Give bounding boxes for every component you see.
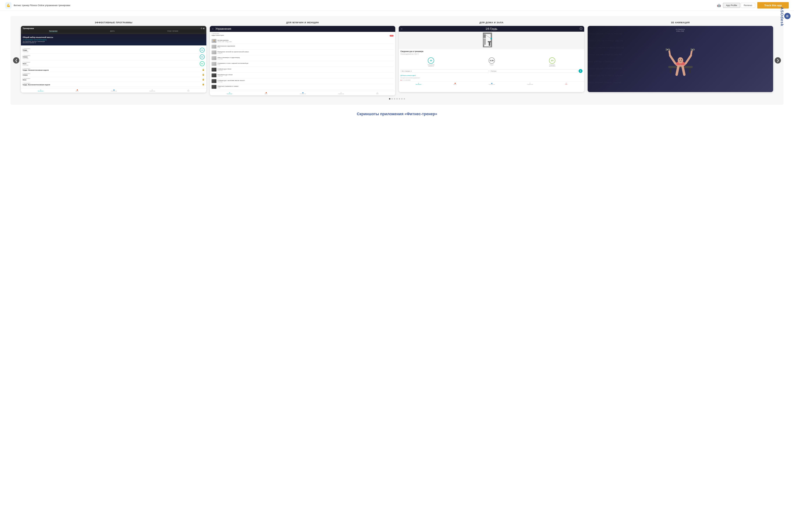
history-date-label: пт., 21.06.2019 [402,79,410,81]
list-item-6-num: 6 тренировка [23,78,30,79]
carousel-prev-button[interactable]: ❮ [13,57,19,63]
phone-frame-1: Тренировки ⏱ ☰ Тренировки Диета Спорт. п… [21,26,206,93]
list-item-5: 5 тренировка Спина 🔒 [23,72,205,77]
tab-reviews[interactable]: Reviews [741,3,755,8]
exercise-history-date: ● пт., 21.06.2019 [399,79,584,81]
list-item-7-num: 7 тренировка [23,83,50,84]
s2-exercise-8: Сгибание рук с гантелями хватом «молот» … [211,78,393,84]
s2-ex-img-1: 🏃 [211,39,217,43]
dot-1[interactable] [389,98,390,99]
svg-line-23 [686,56,691,63]
screenshot-item-3: ДЛЯ ДОМА И ЗАЛА ← 1/6 Грудь ⓘ [399,21,584,95]
nav-tabs: App Profile Reviews [723,3,755,8]
section-title: Скриншоты приложения «Фитнес-тренер» [11,112,783,116]
s2-ex-name-8: Сгибание рук с гантелями хватом «молот» [218,80,245,81]
s3-nav-settings: ⚙Справочник [527,83,533,85]
screen2-header: ← Упражнения [210,26,395,32]
screen3-header: ← 1/6 Грудь ⓘ [399,26,584,32]
phone-frame-4: FITNESS ONLINE FITNESS ONLINE FITNESS ON… [588,26,773,92]
svg-point-12 [491,38,492,39]
s2-exercise-7: Разгибание рук в блоке 3×12×1кг [211,73,393,78]
list-item-1-num: 1 тренировка [23,48,30,49]
screen1-tabs: Тренировки Диета Спорт. питание [23,30,205,33]
screen1-list: 1 тренировка Грудь 4×12×20кг 74% 2 трени… [21,45,206,88]
stat-reps: 15 Повторенийтребуется [428,57,435,66]
list-item-4: 4 тренировка Грудь. Низкоинтенсивная нед… [23,67,205,72]
screen1-hero: Общий набор мышечной массы 24 тренировки… [21,34,206,45]
list-item-7-name: Грудь. Высокоинтенсивная неделя [23,84,50,86]
list-item-2-detail: 4×12×20кг [23,58,30,59]
svg-rect-9 [488,41,491,42]
s2-exercise-6: Сгибание рук в блоке 3×12×1кг [211,67,393,73]
s2-section-title: грудь+спина+пресс [211,35,224,36]
stat-rest-value: 0:26 [488,57,495,64]
s2-ex-img-4 [211,56,217,60]
svg-rect-31 [693,48,694,51]
screen3-exercise-name: Сведение рук в тренажере [399,49,584,53]
list-item-1-name: Грудь [23,49,30,51]
s1-tab-diet: Диета [110,30,115,32]
s2-nav-training: ⊞Тренировки [227,92,233,94]
s2-ex-img-2 [211,45,217,49]
svg-line-22 [670,56,675,63]
s2-ex-img-6 [211,68,217,72]
screenshot-item-4: 3D АНИМАЦИЯ FITNESS ONLINE FITNESS ONLIN… [588,21,773,95]
list-item-6-lock: 🔒 [202,78,205,80]
list-item-1-detail: 4×12×20кг [23,51,30,52]
weight-input[interactable] [401,70,488,73]
list-item-4-lock: 🔒 [202,69,205,71]
top-navigation: 💪 Фитнес тренер Fitness Online упражнени… [0,0,794,11]
main-content: ❮ ❯ ЭФФЕКТИВНЫЕ ПРОГРАММЫ Тренировки ⏱ ☰… [0,11,794,121]
s2-ex-img-5 [211,62,217,66]
watermark-7: FITNESS ONLINE FITNESS ONLINE [588,75,623,76]
screen1-hero-title: Общий набор мышечной массы [23,36,205,38]
dot-5[interactable] [399,98,400,99]
list-item-3: 3 тренировка Ноги 4×12×20кг 78% [23,60,205,67]
screen3-image-area [399,32,584,49]
svg-rect-27 [666,48,667,51]
s2-ex-detail-5: 4×12 [218,64,248,65]
screenshot-label-2: ДЛЯ МУЖЧИН И ЖЕНЩИН [286,21,319,24]
s2-ex-img-9 [211,85,217,89]
tab-app-profile[interactable]: App Profile [723,3,740,8]
add-comment-link[interactable]: Добавить комментарий [399,74,584,77]
screen2-bottom-nav: ⊞Тренировки 🍎Диета 👥Сообщество ⚙Справочн… [210,91,395,95]
brand-name: ASOdesk [780,7,784,26]
list-item-3-num: 3 тренировка [23,62,30,63]
list-item-5-lock: 🔒 [202,73,205,76]
stat-sets-value: 2/3 [549,57,555,64]
brand-logo-vertical: ◎ ASOdesk [780,7,791,26]
list-item-6: 6 тренировка Ноги 🔒 [23,77,205,82]
dot-2[interactable] [391,98,393,99]
screen3-weight-rec: Рекомендуемый вес: 30кг ⓘ [399,53,584,56]
svg-rect-28 [668,48,669,51]
s1-nav-more: •••Ещё [187,89,189,92]
reps-input[interactable] [490,70,578,73]
carousel-next-button[interactable]: ❯ [775,57,781,63]
phone-frame-2: ← Упражнения 1 тренировка грудь+спина+пр… [210,26,395,95]
add-set-button[interactable]: + [578,69,583,73]
list-item-2-name: Спина [23,56,30,58]
svg-line-32 [677,66,678,75]
s2-ex-name-1: Беговая дорожка [218,39,232,41]
dot-3[interactable] [394,98,395,99]
s2-ex-detail-1: 20 мин, 130 - 140уд. /мин [218,41,232,42]
s2-exercise-5: Отжимания от пола с широкой постановкой … [211,61,393,67]
screenshot-item-2: ДЛЯ МУЖЧИН И ЖЕНЩИН ← Упражнения 1 трени… [210,21,395,95]
s3-nav-diet: 🍎Диета [454,83,457,85]
dot-7[interactable] [404,98,405,99]
screenshot-item-1: ЭФФЕКТИВНЫЕ ПРОГРАММЫ Тренировки ⏱ ☰ Тре… [21,21,206,95]
list-item-7-lock: 🔒 [202,83,205,86]
svg-point-20 [679,59,680,60]
s2-ex-name-7: Разгибание рук в блоке [218,74,233,76]
phone-frame-3: ← 1/6 Грудь ⓘ [399,26,584,92]
list-item-4-num: 4 тренировка [23,68,49,69]
dot-4[interactable] [396,98,398,99]
list-item-1: 1 тренировка Грудь 4×12×20кг 74% [23,47,205,54]
watermark-3: FITNESSSS ONLINE FITNESS ONLINE [588,47,624,49]
screen1-header-title: Тренировки [23,27,34,30]
watermark-4: FITNESS ONLINE FITNESS ONLINE [588,54,623,56]
svg-point-21 [681,59,682,60]
dot-6[interactable] [401,98,403,99]
s2-ex-detail-4: 4×12×0кг [218,58,240,59]
